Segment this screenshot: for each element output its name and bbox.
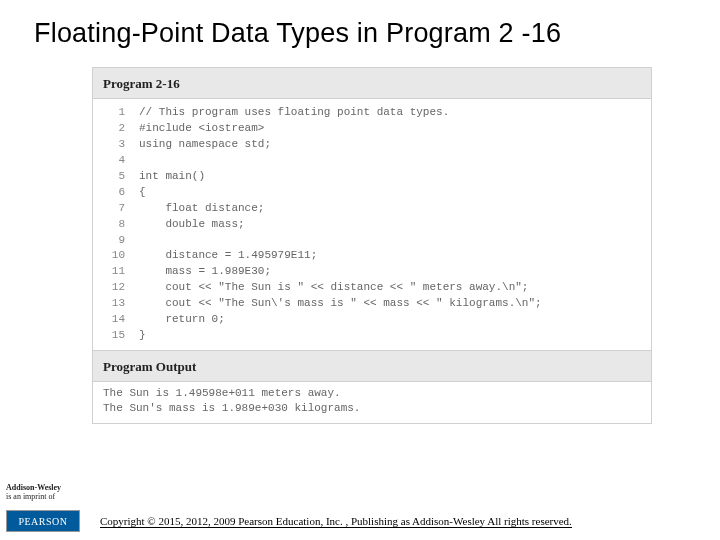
code-line: 1// This program uses floating point dat… xyxy=(103,105,641,121)
line-number: 8 xyxy=(103,217,125,233)
line-number: 13 xyxy=(103,296,125,312)
code-line: 7 float distance; xyxy=(103,201,641,217)
output-line: The Sun's mass is 1.989e+030 kilograms. xyxy=(103,401,641,416)
line-number: 5 xyxy=(103,169,125,185)
line-number: 12 xyxy=(103,280,125,296)
code-line: 14 return 0; xyxy=(103,312,641,328)
code-line: 15} xyxy=(103,328,641,344)
line-code: float distance; xyxy=(139,201,264,217)
publisher-block: Addison-Wesley is an imprint of PEARSON xyxy=(6,483,80,532)
code-line: 2#include <iostream> xyxy=(103,121,641,137)
output-line: The Sun is 1.49598e+011 meters away. xyxy=(103,386,641,401)
code-line: 13 cout << "The Sun\'s mass is " << mass… xyxy=(103,296,641,312)
code-line: 10 distance = 1.495979E11; xyxy=(103,248,641,264)
line-number: 9 xyxy=(103,233,125,249)
addison-wesley-block: Addison-Wesley is an imprint of xyxy=(6,483,80,502)
line-number: 15 xyxy=(103,328,125,344)
line-code: distance = 1.495979E11; xyxy=(139,248,317,264)
line-code: int main() xyxy=(139,169,205,185)
program-header: Program 2-16 xyxy=(93,68,651,99)
line-code: double mass; xyxy=(139,217,245,233)
line-number: 11 xyxy=(103,264,125,280)
program-header-text: Program 2-16 xyxy=(103,76,180,91)
output-header: Program Output xyxy=(93,350,651,382)
program-box: Program 2-16 1// This program uses float… xyxy=(92,67,652,424)
page-title: Floating-Point Data Types in Program 2 -… xyxy=(0,0,720,49)
code-line: 11 mass = 1.989E30; xyxy=(103,264,641,280)
line-number: 14 xyxy=(103,312,125,328)
addison-wesley-name: Addison-Wesley xyxy=(6,483,80,493)
line-number: 6 xyxy=(103,185,125,201)
line-code: cout << "The Sun is " << distance << " m… xyxy=(139,280,528,296)
line-code: return 0; xyxy=(139,312,225,328)
code-line: 9 xyxy=(103,233,641,249)
line-number: 10 xyxy=(103,248,125,264)
addison-wesley-tagline: is an imprint of xyxy=(6,492,80,502)
code-line: 3using namespace std; xyxy=(103,137,641,153)
line-number: 2 xyxy=(103,121,125,137)
output-block: The Sun is 1.49598e+011 meters away. The… xyxy=(93,382,651,423)
line-number: 7 xyxy=(103,201,125,217)
pearson-logo: PEARSON xyxy=(6,510,80,532)
line-code: mass = 1.989E30; xyxy=(139,264,271,280)
line-number: 4 xyxy=(103,153,125,169)
line-code: using namespace std; xyxy=(139,137,271,153)
copyright-text: Copyright © 2015, 2012, 2009 Pearson Edu… xyxy=(100,515,572,528)
code-line: 8 double mass; xyxy=(103,217,641,233)
line-code: { xyxy=(139,185,146,201)
line-code: #include <iostream> xyxy=(139,121,264,137)
line-number: 1 xyxy=(103,105,125,121)
pearson-logo-text: PEARSON xyxy=(18,516,67,527)
code-line: 12 cout << "The Sun is " << distance << … xyxy=(103,280,641,296)
code-block: 1// This program uses floating point dat… xyxy=(93,99,651,350)
line-number: 3 xyxy=(103,137,125,153)
line-code: cout << "The Sun\'s mass is " << mass <<… xyxy=(139,296,542,312)
code-line: 6{ xyxy=(103,185,641,201)
line-code: } xyxy=(139,328,146,344)
code-line: 4 xyxy=(103,153,641,169)
line-code: // This program uses floating point data… xyxy=(139,105,449,121)
output-header-text: Program Output xyxy=(103,359,196,374)
code-line: 5int main() xyxy=(103,169,641,185)
